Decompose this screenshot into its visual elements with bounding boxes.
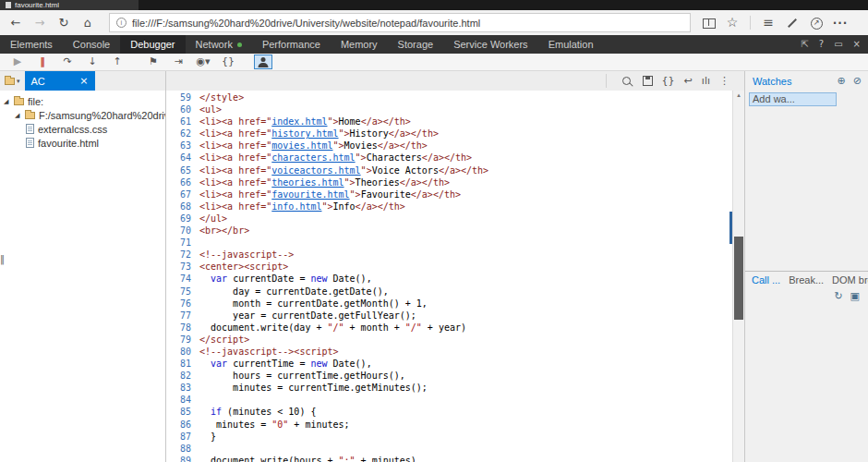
source-link[interactable]: voiceactors.html: [271, 165, 360, 176]
close-tab-icon[interactable]: [79, 75, 88, 87]
line-number[interactable]: 86: [166, 419, 199, 431]
line-number[interactable]: 89: [166, 455, 199, 462]
tab-memory[interactable]: Memory: [331, 35, 388, 54]
break-icon[interactable]: ‖: [32, 54, 53, 70]
panel-splitter-handle[interactable]: [0, 249, 6, 271]
line-number[interactable]: 68: [166, 201, 199, 213]
pretty-print-icon[interactable]: {}: [218, 54, 238, 70]
tab-debugger[interactable]: Debugger: [120, 35, 185, 54]
line-number[interactable]: 76: [166, 298, 199, 310]
help-icon[interactable]: ?: [819, 35, 824, 54]
word-wrap-icon[interactable]: ↩: [684, 71, 693, 91]
callstack-frames-icon[interactable]: ▣: [850, 290, 860, 302]
line-number[interactable]: 67: [166, 188, 199, 201]
step-into-icon[interactable]: ↓: [82, 54, 102, 70]
tab-console[interactable]: Console: [63, 35, 120, 54]
line-number[interactable]: 64: [166, 152, 199, 164]
page-info-icon[interactable]: [116, 18, 127, 28]
tree-item[interactable]: file:: [0, 94, 165, 108]
line-number[interactable]: 85: [166, 406, 199, 418]
open-file-picker[interactable]: [5, 77, 20, 85]
line-number[interactable]: 87: [166, 431, 199, 443]
break-on-new-worker-icon[interactable]: ⚑: [143, 54, 163, 70]
tab-emulation[interactable]: Emulation: [538, 35, 604, 54]
step-out-icon[interactable]: ↑: [107, 54, 127, 70]
line-number[interactable]: 74: [166, 273, 199, 285]
address-bar[interactable]: file:///F:/samsung%20hard%20drive/Univer…: [109, 13, 691, 32]
step-over-icon[interactable]: ↷: [57, 54, 78, 70]
line-number[interactable]: 82: [166, 370, 199, 382]
line-number[interactable]: 70: [166, 225, 199, 237]
line-number[interactable]: 60: [166, 103, 199, 116]
source-link[interactable]: history.html: [271, 128, 338, 139]
save-icon[interactable]: [643, 76, 653, 86]
exception-control-icon[interactable]: ◉▾: [193, 54, 213, 70]
url-text[interactable]: file:///F:/samsung%20hard%20drive/Univer…: [132, 18, 480, 29]
line-number[interactable]: 66: [166, 176, 199, 188]
tab-call-stack[interactable]: Call ...: [752, 274, 780, 286]
undock-icon[interactable]: ⇱: [801, 35, 808, 54]
line-number[interactable]: 88: [166, 443, 199, 455]
line-number[interactable]: 72: [166, 249, 199, 261]
line-number[interactable]: 79: [166, 334, 199, 346]
source-link[interactable]: movies.html: [271, 140, 332, 151]
source-link[interactable]: theories.html: [271, 177, 344, 188]
share-icon[interactable]: [804, 10, 828, 35]
source-columns-icon[interactable]: ılı: [702, 71, 710, 91]
tree-item[interactable]: externalcss.css: [0, 122, 165, 136]
tab-network[interactable]: Network: [186, 35, 252, 54]
scroll-up-icon[interactable]: [733, 91, 744, 101]
line-number[interactable]: 61: [166, 116, 199, 128]
web-notes-pen-icon[interactable]: [780, 10, 804, 35]
tree-item[interactable]: F:/samsung%20hard%20drive/Univers: [0, 108, 165, 122]
line-number[interactable]: 69: [166, 213, 199, 225]
line-number[interactable]: 84: [166, 394, 199, 406]
just-my-code-icon[interactable]: [254, 55, 272, 69]
run-to-cursor-icon[interactable]: ⇥: [168, 54, 188, 70]
expander-icon[interactable]: [15, 112, 21, 119]
source-link[interactable]: characters.html: [271, 152, 355, 163]
line-number[interactable]: 63: [166, 140, 199, 152]
find-icon[interactable]: [621, 75, 633, 88]
more-actions-icon[interactable]: [828, 10, 852, 35]
back-icon[interactable]: [4, 10, 28, 35]
scrollbar-thumb[interactable]: [734, 237, 743, 320]
expander-icon[interactable]: [4, 98, 10, 105]
home-icon[interactable]: [76, 10, 100, 35]
tab-storage[interactable]: Storage: [388, 35, 444, 54]
tab-service-workers[interactable]: Service Workers: [443, 35, 537, 54]
tab-breakpoints[interactable]: Break...: [789, 274, 824, 286]
forward-icon[interactable]: [28, 10, 52, 35]
document-tab[interactable]: AC: [25, 71, 95, 91]
tree-item[interactable]: favourite.html: [0, 136, 165, 150]
refresh-icon[interactable]: [52, 10, 76, 35]
line-number[interactable]: 75: [166, 286, 199, 298]
reading-view-icon[interactable]: [696, 10, 720, 35]
dock-icon[interactable]: ▭: [834, 35, 842, 54]
hub-icon[interactable]: [756, 10, 780, 35]
line-number[interactable]: 59: [166, 91, 199, 103]
line-number[interactable]: 73: [166, 261, 199, 273]
add-favorite-star-icon[interactable]: [720, 10, 744, 35]
source-link[interactable]: index.html: [271, 116, 327, 127]
source-link[interactable]: info.html: [271, 201, 321, 212]
tab-elements[interactable]: Elements: [0, 35, 63, 54]
async-callstack-icon[interactable]: ↻: [834, 290, 842, 302]
line-number[interactable]: 62: [166, 128, 199, 140]
more-options-icon[interactable]: ⋮: [719, 71, 729, 91]
line-number[interactable]: 81: [166, 358, 199, 370]
add-watch-icon[interactable]: ⊕: [838, 75, 846, 87]
tab-dom-breakpoints[interactable]: DOM brea...: [832, 274, 868, 286]
close-devtools-icon[interactable]: ×: [853, 35, 861, 54]
line-number[interactable]: 83: [166, 382, 199, 394]
add-watch-input[interactable]: Add wa...: [749, 92, 837, 106]
source-link[interactable]: favourite.html: [271, 189, 349, 200]
format-source-icon[interactable]: {}: [662, 71, 675, 91]
tab-performance[interactable]: Performance: [252, 35, 331, 54]
line-number[interactable]: 65: [166, 164, 199, 176]
line-number[interactable]: 71: [166, 237, 199, 249]
line-number[interactable]: 80: [166, 346, 199, 358]
line-number[interactable]: 77: [166, 310, 199, 322]
line-number[interactable]: 78: [166, 322, 199, 334]
editor-scrollbar[interactable]: [732, 91, 744, 462]
